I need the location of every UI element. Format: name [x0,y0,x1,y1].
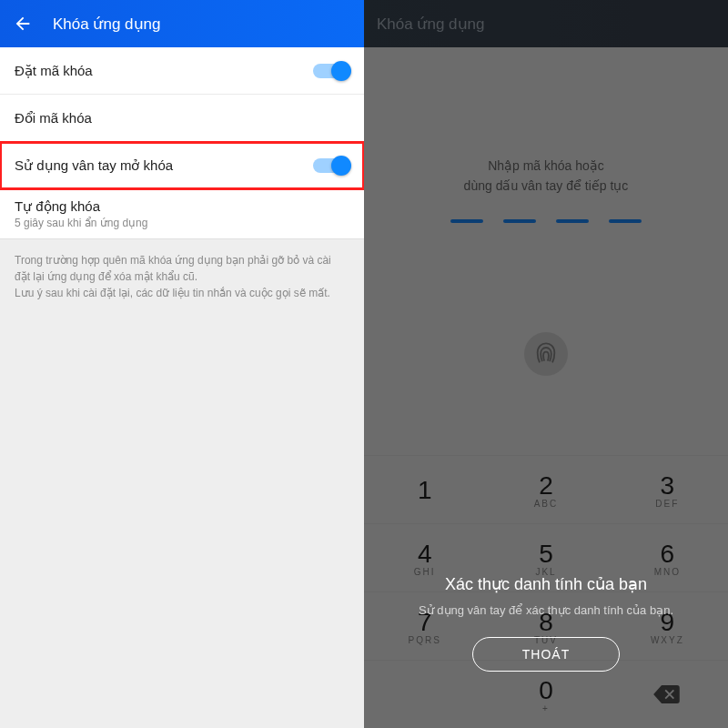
settings-pane: Khóa ứng dụng Đặt mã khóa Đổi mã khóa Sử… [0,0,364,728]
row-label: Tự động khóa [15,198,100,215]
toggle-fingerprint[interactable] [313,158,349,173]
settings-list: Đặt mã khóa Đổi mã khóa Sử dụng vân tay … [0,47,364,239]
dialog-title: Xác thực danh tính của bạn [382,574,710,594]
info-line-2: Lưu ý sau khi cài đặt lại, các dữ liệu t… [15,285,349,301]
row-label: Đặt mã khóa [15,63,93,79]
app-bar: Khóa ứng dụng [0,0,364,47]
row-set-code[interactable]: Đặt mã khóa [0,47,364,95]
page-title: Khóa ứng dụng [53,15,160,34]
info-text: Trong trường hợp quên mã khóa ứng dụng b… [0,239,364,314]
row-label: Đổi mã khóa [15,110,92,126]
back-icon[interactable] [13,14,33,34]
info-line-1: Trong trường hợp quên mã khóa ứng dụng b… [15,252,349,285]
row-fingerprint-unlock[interactable]: Sử dụng vân tay mở khóa [0,142,364,189]
lock-screen-pane: Khóa ứng dụng Nhập mã khóa hoặc dùng dấu… [364,0,728,728]
fingerprint-dialog: Xác thực danh tính của bạn Sử dụng vân t… [364,574,728,672]
row-sub: 5 giây sau khi ẩn ứng dụng [15,217,147,229]
dialog-body: Sử dụng vân tay để xác thực danh tính củ… [382,603,710,617]
exit-button[interactable]: THOÁT [472,637,620,672]
row-change-code[interactable]: Đổi mã khóa [0,95,364,142]
row-label: Sử dụng vân tay mở khóa [15,157,173,174]
toggle-set-code[interactable] [313,64,349,78]
row-auto-lock[interactable]: Tự động khóa 5 giây sau khi ẩn ứng dụng [0,189,364,238]
